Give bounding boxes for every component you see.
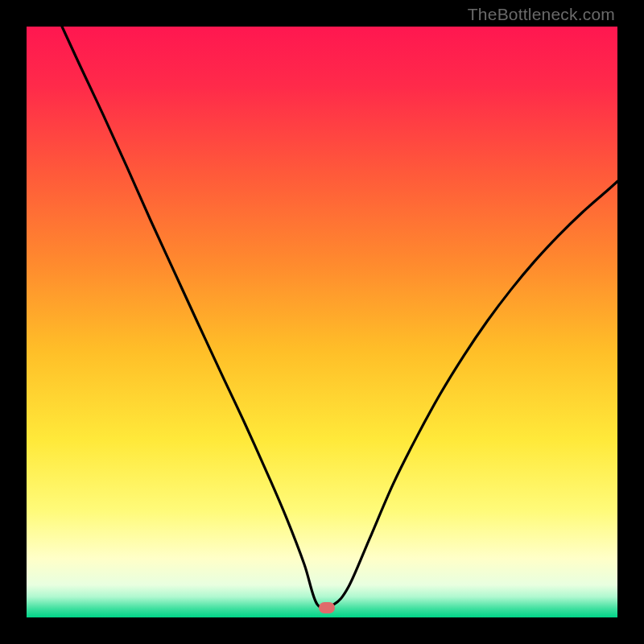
chart-frame: TheBottleneck.com — [0, 0, 644, 644]
plot-area — [27, 27, 617, 617]
bottleneck-curve — [27, 27, 617, 617]
optimal-point-marker — [319, 602, 335, 613]
watermark-text: TheBottleneck.com — [468, 5, 615, 24]
